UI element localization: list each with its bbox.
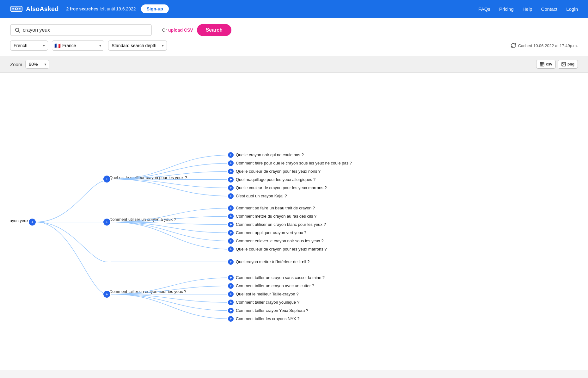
signup-button[interactable]: Sign-up bbox=[141, 4, 169, 13]
cached-info: Cached 10.06.2022 at 17.49p.m. bbox=[511, 43, 578, 48]
b4c1-label: Comment tailler un crayon sans casser la… bbox=[236, 275, 325, 280]
b4c6-plus-icon: + bbox=[230, 317, 232, 321]
navbar: AlsoAsked 2 free searches left until 19.… bbox=[0, 0, 588, 18]
line-root-b1 bbox=[36, 180, 107, 222]
nav-contact[interactable]: Contact bbox=[541, 6, 558, 12]
b2c4-plus-icon: + bbox=[230, 231, 232, 235]
export-csv-button[interactable]: csv bbox=[536, 60, 556, 69]
b1c1-label: Quelle crayon noir qui ne coule pas ? bbox=[236, 152, 304, 157]
b1c5-plus-icon: + bbox=[230, 186, 232, 190]
svg-rect-3 bbox=[12, 8, 15, 9]
b2c3-label: Comment utiliser un crayon blanc pour le… bbox=[236, 222, 326, 227]
svg-rect-7 bbox=[540, 62, 544, 66]
branch2-label: Comment utiliser un crayon à yeux ? bbox=[109, 217, 176, 222]
b2c6-label: Quelle couleur de crayon pour les yeux m… bbox=[236, 247, 327, 251]
line-b1-c5 bbox=[111, 179, 231, 188]
main-canvas: crayon yeux + Quel est le meilleur crayo… bbox=[0, 73, 588, 370]
b2c5-label: Comment enlever le crayon noir sous les … bbox=[236, 239, 323, 243]
toolbar: Zoom 90% 100% 75% 50% ▼ csv bbox=[0, 56, 588, 73]
b3-plus-icon: + bbox=[230, 260, 232, 264]
b2c2-plus-icon: + bbox=[230, 214, 232, 219]
depth-filter: Standard search depth Deep search ▼ bbox=[108, 40, 167, 51]
search-area: Or upload CSV Search French English Span… bbox=[0, 18, 588, 56]
b4c4-plus-icon: + bbox=[230, 300, 232, 305]
svg-point-13 bbox=[563, 63, 563, 64]
search-input-wrap bbox=[10, 24, 152, 36]
svg-line-6 bbox=[18, 31, 20, 32]
search-button[interactable]: Search bbox=[197, 24, 231, 36]
search-icon bbox=[15, 27, 20, 33]
b4c2-label: Comment tailler un crayon avec un cutter… bbox=[236, 283, 314, 288]
nav-login[interactable]: Login bbox=[566, 6, 578, 12]
upload-csv-text: Or upload CSV bbox=[162, 28, 193, 33]
b1c6-plus-icon: + bbox=[230, 194, 232, 198]
b1c2-label: Comment faire pour que le crayon sous le… bbox=[236, 161, 352, 165]
b2c1-label: Comment se faire un beau trait de crayon… bbox=[236, 206, 315, 210]
free-searches-text: 2 free searches left until 19.6.2022 bbox=[66, 6, 136, 11]
language-select[interactable]: French English Spanish bbox=[10, 40, 48, 51]
b1c4-label: Quel maquillage pour les yeux allergique… bbox=[236, 177, 315, 182]
zoom-select[interactable]: 90% 100% 75% 50% bbox=[25, 60, 49, 69]
country-select[interactable]: France United States United Kingdom bbox=[52, 40, 104, 51]
search-input[interactable] bbox=[23, 27, 147, 33]
divider bbox=[157, 24, 157, 36]
b1c3-label: Quelle couleur de crayon pour les yeux n… bbox=[236, 169, 321, 174]
export-buttons: csv png bbox=[536, 60, 578, 69]
b1c6-label: C'est quoi un crayon Kajal ? bbox=[236, 194, 287, 198]
b1c4-plus-icon: + bbox=[230, 177, 232, 182]
table-icon bbox=[540, 62, 545, 67]
b4c5-plus-icon: + bbox=[230, 308, 232, 313]
line-b4-c4 bbox=[111, 294, 231, 302]
branch2-plus-icon: + bbox=[106, 220, 108, 225]
zoom-select-wrap: 90% 100% 75% 50% ▼ bbox=[25, 60, 49, 69]
b4c2-plus-icon: + bbox=[230, 284, 232, 288]
cached-icon bbox=[511, 43, 516, 48]
nav-help[interactable]: Help bbox=[523, 6, 532, 12]
b4c5-label: Comment tailler crayon Yeux Sephora ? bbox=[236, 308, 308, 313]
b2c6-plus-icon: + bbox=[230, 247, 232, 251]
logo-link[interactable]: AlsoAsked bbox=[10, 4, 58, 13]
svg-rect-4 bbox=[19, 8, 21, 9]
logo-icon bbox=[10, 4, 23, 13]
b3-label: Quel crayon mettre à l'intérieur de l'œi… bbox=[236, 259, 309, 264]
line-b2-c5 bbox=[111, 222, 231, 241]
zoom-control: Zoom 90% 100% 75% 50% ▼ bbox=[10, 60, 49, 69]
line-b4-c5 bbox=[111, 294, 231, 311]
b2c2-label: Comment mettre du crayon au ras des cils… bbox=[236, 214, 316, 219]
nav-pricing[interactable]: Pricing bbox=[499, 6, 514, 12]
tree-visualization: crayon yeux + Quel est le meilleur crayo… bbox=[9, 79, 579, 364]
cached-text: Cached 10.06.2022 at 17.49p.m. bbox=[518, 43, 578, 48]
export-png-button[interactable]: png bbox=[558, 60, 578, 69]
root-label: crayon yeux bbox=[9, 218, 28, 223]
filters-row: French English Spanish ▼ 🇫🇷 France Unite… bbox=[10, 40, 578, 51]
b4c4-label: Comment tailler crayon younique ? bbox=[236, 300, 299, 305]
upload-csv-link[interactable]: upload CSV bbox=[168, 28, 193, 33]
b1c2-plus-icon: + bbox=[230, 161, 232, 165]
language-filter: French English Spanish ▼ bbox=[10, 40, 48, 51]
country-filter: 🇫🇷 France United States United Kingdom ▼ bbox=[52, 40, 104, 51]
b2c1-plus-icon: + bbox=[230, 206, 232, 210]
zoom-label: Zoom bbox=[10, 62, 22, 67]
image-icon bbox=[561, 62, 566, 67]
line-root-b3 bbox=[36, 222, 107, 262]
branch4-plus-icon: + bbox=[106, 292, 108, 297]
logo-text: AlsoAsked bbox=[26, 5, 58, 13]
b4c3-plus-icon: + bbox=[230, 292, 232, 296]
b2c5-plus-icon: + bbox=[230, 239, 232, 243]
b1c5-label: Quelle couleur de crayon pour les yeux m… bbox=[236, 185, 327, 190]
b2c4-label: Comment appliquer crayon vert yeux ? bbox=[236, 230, 306, 235]
b1c3-plus-icon: + bbox=[230, 169, 232, 174]
line-b4-c6 bbox=[111, 294, 231, 319]
svg-point-2 bbox=[16, 8, 17, 9]
b4c1-plus-icon: + bbox=[230, 276, 232, 280]
branch1-plus-icon: + bbox=[106, 177, 108, 182]
depth-select[interactable]: Standard search depth Deep search bbox=[108, 40, 167, 51]
b2c3-plus-icon: + bbox=[230, 222, 232, 227]
nav-faqs[interactable]: FAQs bbox=[478, 6, 490, 12]
line-b2-c6 bbox=[111, 222, 231, 249]
search-row: Or upload CSV Search bbox=[10, 24, 231, 36]
b1c1-plus-icon: + bbox=[230, 153, 232, 157]
navbar-links: FAQs Pricing Help Contact Login bbox=[478, 6, 578, 12]
line-b2-c4 bbox=[111, 222, 231, 233]
root-plus-icon: + bbox=[31, 220, 34, 225]
